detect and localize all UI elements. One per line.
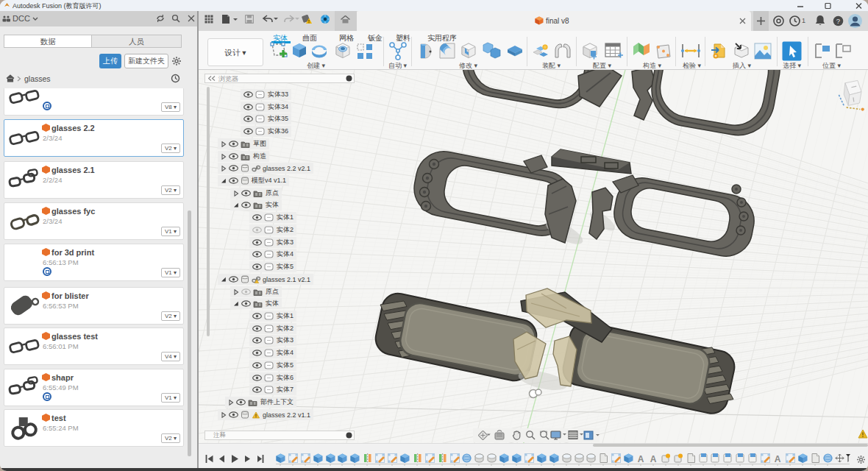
svg-text:A: A: [650, 454, 657, 464]
svg-text:A: A: [638, 454, 644, 464]
svg-text:A: A: [775, 454, 781, 464]
